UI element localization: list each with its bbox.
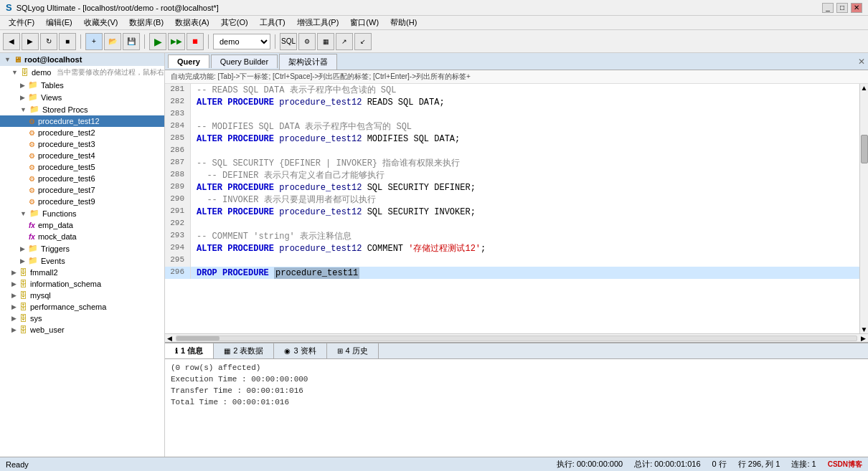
linecontent-296: DROP PROCEDURE procedure_test11 [191, 267, 859, 279]
titlebar-controls[interactable]: _ □ ✕ [822, 3, 862, 13]
menu-item-f[interactable]: 文件(F) [3, 16, 40, 29]
line-281: 281 -- READS SQL DATA 表示子程序中包含读的 SQL [165, 84, 859, 96]
table-button[interactable]: ▦ [317, 33, 334, 50]
linenum-290: 290 [165, 194, 191, 206]
linecontent-291: ALTER PROCEDURE procedure_test12 SQL SEC… [191, 206, 859, 218]
triggers-label: Triggers [41, 244, 70, 253]
stop-button[interactable]: ■ [59, 33, 76, 50]
tab-query[interactable]: Query [168, 54, 209, 68]
mysql-label: mysql [30, 291, 51, 300]
result-tab-info2[interactable]: ◉ 3 资料 [274, 343, 326, 358]
panel-close-button[interactable]: ✕ [858, 57, 865, 67]
sys-icon: 🗄 [19, 314, 27, 323]
close-button[interactable]: ✕ [851, 3, 862, 13]
right-panel: Query Query Builder 架构设计器 ✕ 自动完成功能: [Tab… [165, 53, 868, 457]
db-sys[interactable]: ▶ 🗄 sys [0, 313, 164, 324]
result-tab-history[interactable]: ⊞ 4 历史 [327, 343, 379, 358]
result-tabs: ℹ 1 信息 ▦ 2 表数据 ◉ 3 资料 ⊞ 4 历史 [165, 343, 868, 359]
proc-procedure-test12[interactable]: ⚙ procedure_test12 [0, 115, 164, 127]
func-label-mock: mock_data [38, 232, 77, 241]
proc-procedure-test6[interactable]: ⚙ procedure_test6 [0, 173, 164, 184]
db-demo[interactable]: ▼ 🗄 demo 当中需要修改的存储过程，鼠标右击选择修 [0, 66, 164, 79]
proc-procedure-test3[interactable]: ⚙ procedure_test3 [0, 138, 164, 150]
hscroll-left-btn[interactable]: ◀ [165, 335, 174, 342]
root-label: root@localhost [24, 55, 82, 64]
linecontent-283 [191, 108, 859, 120]
open-button[interactable]: 📂 [104, 33, 121, 50]
menu-item-e[interactable]: 编辑(E) [40, 16, 78, 29]
forward-button[interactable]: ▶ [22, 33, 39, 50]
hscroll-right-btn[interactable]: ▶ [859, 335, 868, 342]
line-290: 290 -- INVOKER 表示只要是调用者都可以执行 [165, 194, 859, 206]
export-button[interactable]: ↗ [336, 33, 353, 50]
menu-item-t[interactable]: 工具(T) [254, 16, 291, 29]
tab-schema-designer[interactable]: 架构设计器 [279, 54, 337, 70]
total-time: 总计: 00:00:01:016 [634, 459, 700, 470]
proc-procedure-test9[interactable]: ⚙ procedure_test9 [0, 196, 164, 207]
scroll-up-btn[interactable]: ▲ [861, 84, 868, 92]
menu-item-v[interactable]: 收藏夹(V) [78, 16, 124, 29]
menu-item-p[interactable]: 增强工具(P) [291, 16, 345, 29]
menu-item-o[interactable]: 其它(O) [215, 16, 254, 29]
linecontent-284: -- MODIFIES SQL DATA 表示子程序中包含写的 SQL [191, 120, 859, 133]
minimize-button[interactable]: _ [822, 3, 834, 13]
menu-item-h[interactable]: 帮助(H) [385, 16, 423, 29]
views-folder[interactable]: ▶ 📁 Views [0, 91, 164, 103]
result-tab-data[interactable]: ▦ 2 表数据 [214, 343, 274, 358]
scroll-down-btn[interactable]: ▼ [861, 325, 868, 333]
editor-vscrollbar[interactable]: ▲ ▼ [859, 84, 868, 333]
stored-procs-folder[interactable]: ▼ 📁 Stored Procs [0, 103, 164, 115]
editor-hscrollbar[interactable]: ◀ ▶ [165, 333, 868, 342]
csdnlogo: CSDN博客 [828, 460, 862, 470]
hscroll-track[interactable] [176, 336, 857, 341]
maximize-button[interactable]: □ [836, 3, 848, 13]
proc-icon-12: ⚙ [29, 118, 35, 125]
db-information-schema[interactable]: ▶ 🗄 information_schema [0, 278, 164, 290]
scroll-thumb[interactable] [861, 135, 868, 163]
new-query-button[interactable]: SQL [280, 33, 297, 50]
proc-icon-7: ⚙ [29, 186, 35, 194]
schema-button[interactable]: ⚙ [298, 33, 316, 50]
result-line-2: Execution Time : 00:00:00:000 [171, 374, 862, 385]
tab-query-builder[interactable]: Query Builder [211, 54, 278, 68]
new-conn-button[interactable]: + [85, 33, 103, 50]
db-web-user[interactable]: ▶ 🗄 web_user [0, 324, 164, 336]
line-287: 287 -- SQL SECURITY {DEFINER | INVOKER} … [165, 157, 859, 169]
linecontent-295 [191, 254, 859, 267]
events-folder[interactable]: ▶ 📁 Events [0, 254, 164, 267]
line-296: 296 DROP PROCEDURE procedure_test11 [165, 267, 859, 279]
back-button[interactable]: ◀ [3, 33, 20, 50]
functions-folder[interactable]: ▼ 📁 Functions [0, 207, 164, 219]
tables-folder[interactable]: ▶ 📁 Tables [0, 79, 164, 91]
sys-label: sys [30, 314, 42, 323]
db-fmmall2[interactable]: ▶ 🗄 fmmall2 [0, 267, 164, 278]
menu-item-b[interactable]: 数据库(B) [123, 16, 169, 29]
exec-time: 执行: 00:00:00:000 [557, 459, 623, 470]
refresh-button[interactable]: ↻ [40, 33, 57, 50]
stop-query-button[interactable]: ⏹ [187, 33, 204, 50]
proc-procedure-test4[interactable]: ⚙ procedure_test4 [0, 150, 164, 161]
proc-procedure-test2[interactable]: ⚙ procedure_test2 [0, 127, 164, 138]
line-294: 294 ALTER PROCEDURE procedure_test12 COM… [165, 242, 859, 254]
func-mock-data[interactable]: fx mock_data [0, 231, 164, 242]
result-tab-info[interactable]: ℹ 1 信息 [165, 343, 214, 358]
proc-procedure-test7[interactable]: ⚙ procedure_test7 [0, 184, 164, 196]
code-editor[interactable]: 281 -- READS SQL DATA 表示子程序中包含读的 SQL 282… [165, 84, 859, 333]
db-mysql[interactable]: ▶ 🗄 mysql [0, 290, 164, 301]
proc-procedure-test5[interactable]: ⚙ procedure_test5 [0, 161, 164, 173]
db-selector[interactable]: demo [213, 34, 270, 49]
func-emp-data[interactable]: fx emp_data [0, 219, 164, 231]
db-performance-schema[interactable]: ▶ 🗄 performance_schema [0, 301, 164, 313]
execute-button[interactable]: ▶ [149, 33, 166, 50]
triggers-folder[interactable]: ▶ 📁 Triggers [0, 242, 164, 254]
execute-all-button[interactable]: ▶▶ [168, 33, 185, 50]
menu-item-w[interactable]: 窗口(W) [344, 16, 385, 29]
toolbar: ◀ ▶ ↻ ■ + 📂 💾 ▶ ▶▶ ⏹ demo SQL ⚙ ▦ ↗ ↙ [0, 30, 868, 53]
sidebar-root[interactable]: ▼ 🖥 root@localhost [0, 53, 164, 66]
result-line-1: (0 row(s) affected) [171, 362, 862, 374]
menu-item-a[interactable]: 数据表(A) [169, 16, 215, 29]
hscroll-thumb[interactable] [176, 336, 220, 341]
import-button[interactable]: ↙ [354, 33, 372, 50]
proc-label-3: procedure_test3 [38, 140, 95, 148]
save-button[interactable]: 💾 [123, 33, 140, 50]
